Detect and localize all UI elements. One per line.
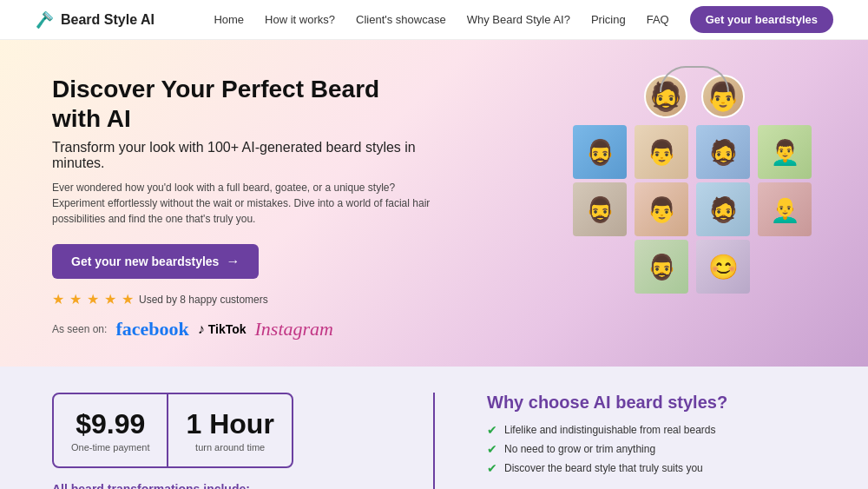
social-row: As seen on: facebook ♪ TikTok Instagram [52,318,434,340]
beard-face-10: 😊 [696,240,750,294]
star-2: ★ [69,291,82,307]
hero-cta-label: Get your new beardstyles [71,254,219,268]
beard-face-6: 👨 [635,182,688,236]
hero-title: Discover Your Perfect Beard with AI [52,75,434,133]
why-title: Why choose AI beard styles? [487,393,816,413]
check-green-2: ✔ [487,442,497,456]
nav: Home How it works? Client's showcase Why… [214,6,833,33]
header: 🪒 Beard Style AI Home How it works? Clie… [0,0,868,40]
beard-grid-top: 🧔 👨 [573,75,816,118]
tiktok-badge: ♪ TikTok [198,321,247,337]
beard-grid-container: 🧔 👨 🧔‍♂️ 👨 🧔 👨‍🦱 🧔‍♂️ 👨 🧔 👨‍🦲 🧔‍♂️ 😊 [573,75,816,294]
beard-face-4: 👨‍🦱 [758,125,812,179]
stars-row: ★ ★ ★ ★ ★ Used by 8 happy customers [52,291,434,307]
arrow-icon: → [226,254,240,269]
pricing-boxes: $9.99 One-time payment 1 Hour turn aroun… [52,393,381,468]
price-box-cost: $9.99 One-time payment [52,393,168,468]
logo-icon: 🪒 [35,10,54,30]
price-time-label: turn around time [186,442,273,453]
beard-grid: 🧔‍♂️ 👨 🧔 👨‍🦱 🧔‍♂️ 👨 🧔 👨‍🦲 🧔‍♂️ 😊 [573,125,816,294]
nav-faq[interactable]: FAQ [647,13,669,26]
star-1: ★ [52,291,64,307]
nav-why[interactable]: Why Beard Style AI? [467,13,570,26]
logo-text: Beard Style AI [61,12,155,28]
price-label: One-time payment [71,442,149,453]
tiktok-icon: ♪ [198,321,205,337]
beard-face-3: 🧔 [696,125,750,179]
beard-face-5: 🧔‍♂️ [573,182,627,236]
why-text-2: No need to grow or trim anything [504,443,655,455]
why-item-3: ✔ Discover the beard style that truly su… [487,461,816,475]
tiktok-label: TikTok [208,322,247,336]
social-label: As seen on: [52,323,107,335]
hero-subtitle: Transform your look with 100+ AI-generat… [52,140,434,171]
star-3: ★ [87,291,99,307]
vertical-divider [433,393,435,489]
hero-left: Discover Your Perfect Beard with AI Tran… [52,75,434,340]
pricing-section: $9.99 One-time payment 1 Hour turn aroun… [0,367,868,489]
why-item-2: ✔ No need to grow or trim anything [487,442,816,456]
price-box-time: 1 Hour turn around time [168,393,293,468]
stars-text: Used by 8 happy customers [139,294,268,306]
beard-face-1: 🧔‍♂️ [573,125,627,179]
facebook-badge: facebook [115,318,188,340]
beard-face-2: 👨 [635,125,688,179]
include-title: All beard transformations include: [52,482,381,489]
nav-pricing[interactable]: Pricing [591,13,626,26]
beard-face-8: 👨‍🦲 [758,182,812,236]
pricing-right: Why choose AI beard styles? ✔ Lifelike a… [487,393,816,480]
hero-section: Discover Your Perfect Beard with AI Tran… [0,40,868,367]
nav-home[interactable]: Home [214,13,244,26]
price-amount: $9.99 [71,408,149,440]
nav-cta-button[interactable]: Get your beardstyles [690,6,833,33]
nav-how-it-works[interactable]: How it works? [265,13,335,26]
beard-face-9: 🧔‍♂️ [635,240,688,294]
star-4: ★ [104,291,116,307]
price-time: 1 Hour [186,408,273,440]
pricing-left: $9.99 One-time payment 1 Hour turn aroun… [52,393,381,489]
hero-description: Ever wondered how you'd look with a full… [52,180,434,227]
check-green-1: ✔ [487,423,497,437]
why-text-1: Lifelike and indistinguishable from real… [504,424,715,436]
beard-face-7: 🧔 [696,182,750,236]
instagram-badge: Instagram [255,318,333,340]
logo: 🪒 Beard Style AI [35,10,155,30]
why-item-1: ✔ Lifelike and indistinguishable from re… [487,423,816,437]
why-text-3: Discover the beard style that truly suit… [504,462,703,474]
hero-cta-button[interactable]: Get your new beardstyles → [52,244,259,279]
star-5: ★ [122,291,134,307]
check-green-3: ✔ [487,461,497,475]
nav-showcase[interactable]: Client's showcase [356,13,446,26]
